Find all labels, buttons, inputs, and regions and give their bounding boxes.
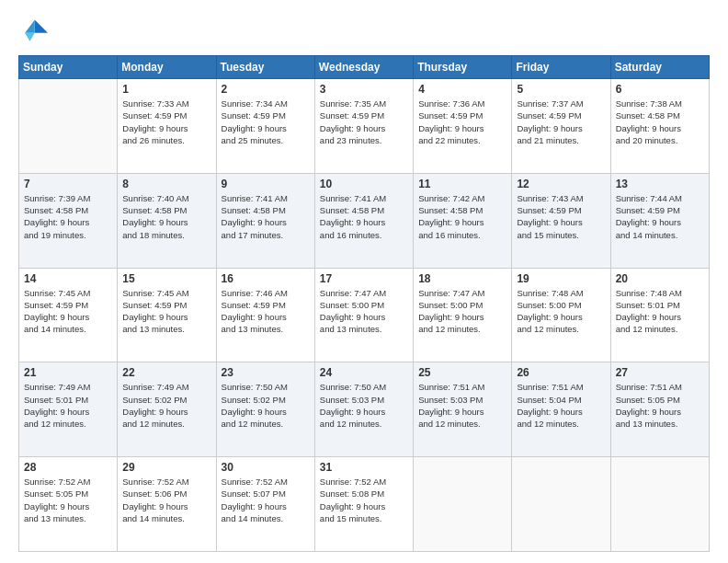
calendar-day-cell: 2Sunrise: 7:34 AM Sunset: 4:59 PM Daylig… bbox=[216, 79, 314, 174]
calendar-week-row: 7Sunrise: 7:39 AM Sunset: 4:58 PM Daylig… bbox=[19, 173, 710, 268]
calendar-day-cell: 17Sunrise: 7:47 AM Sunset: 5:00 PM Dayli… bbox=[314, 268, 413, 362]
day-info: Sunrise: 7:33 AM Sunset: 4:59 PM Dayligh… bbox=[122, 98, 210, 146]
calendar-day-cell: 10Sunrise: 7:41 AM Sunset: 4:58 PM Dayli… bbox=[314, 173, 413, 268]
day-info: Sunrise: 7:52 AM Sunset: 5:07 PM Dayligh… bbox=[222, 476, 310, 524]
calendar-week-row: 28Sunrise: 7:52 AM Sunset: 5:05 PM Dayli… bbox=[19, 457, 710, 552]
day-number: 27 bbox=[616, 366, 704, 379]
day-number: 2 bbox=[222, 83, 310, 96]
calendar-day-cell: 3Sunrise: 7:35 AM Sunset: 4:59 PM Daylig… bbox=[314, 79, 413, 174]
day-number: 15 bbox=[122, 272, 210, 285]
day-info: Sunrise: 7:45 AM Sunset: 4:59 PM Dayligh… bbox=[24, 287, 112, 336]
calendar-day-cell: 9Sunrise: 7:41 AM Sunset: 4:58 PM Daylig… bbox=[216, 173, 314, 268]
calendar-day-cell: 7Sunrise: 7:39 AM Sunset: 4:58 PM Daylig… bbox=[19, 173, 118, 268]
calendar-header-row: SundayMondayTuesdayWednesdayThursdayFrid… bbox=[19, 56, 710, 79]
calendar-table: SundayMondayTuesdayWednesdayThursdayFrid… bbox=[18, 55, 710, 552]
svg-marker-1 bbox=[25, 20, 35, 33]
calendar-day-cell: 30Sunrise: 7:52 AM Sunset: 5:07 PM Dayli… bbox=[216, 457, 314, 552]
calendar-day-cell: 12Sunrise: 7:43 AM Sunset: 4:59 PM Dayli… bbox=[512, 173, 610, 268]
day-info: Sunrise: 7:41 AM Sunset: 4:58 PM Dayligh… bbox=[222, 192, 310, 241]
calendar-week-row: 1Sunrise: 7:33 AM Sunset: 4:59 PM Daylig… bbox=[19, 79, 710, 174]
day-number: 6 bbox=[616, 83, 704, 96]
svg-marker-0 bbox=[35, 20, 48, 33]
page: SundayMondayTuesdayWednesdayThursdayFrid… bbox=[0, 0, 728, 563]
day-number: 17 bbox=[320, 272, 408, 285]
calendar-day-cell: 5Sunrise: 7:37 AM Sunset: 4:59 PM Daylig… bbox=[512, 79, 610, 174]
day-info: Sunrise: 7:48 AM Sunset: 5:01 PM Dayligh… bbox=[616, 287, 704, 336]
day-number: 12 bbox=[517, 178, 605, 190]
day-info: Sunrise: 7:52 AM Sunset: 5:06 PM Dayligh… bbox=[122, 476, 210, 524]
day-info: Sunrise: 7:44 AM Sunset: 4:59 PM Dayligh… bbox=[616, 192, 704, 241]
day-number: 9 bbox=[222, 178, 310, 190]
day-number: 3 bbox=[320, 83, 408, 96]
calendar-day-cell: 14Sunrise: 7:45 AM Sunset: 4:59 PM Dayli… bbox=[19, 268, 118, 362]
calendar-day-cell: 16Sunrise: 7:46 AM Sunset: 4:59 PM Dayli… bbox=[216, 268, 314, 362]
calendar-day-cell: 25Sunrise: 7:51 AM Sunset: 5:03 PM Dayli… bbox=[414, 362, 512, 457]
day-info: Sunrise: 7:50 AM Sunset: 5:03 PM Dayligh… bbox=[320, 381, 408, 430]
day-info: Sunrise: 7:50 AM Sunset: 5:02 PM Dayligh… bbox=[222, 381, 310, 430]
day-info: Sunrise: 7:48 AM Sunset: 5:00 PM Dayligh… bbox=[517, 287, 605, 336]
day-number: 19 bbox=[517, 272, 605, 285]
weekday-header-sunday: Sunday bbox=[19, 56, 118, 79]
calendar-week-row: 14Sunrise: 7:45 AM Sunset: 4:59 PM Dayli… bbox=[19, 268, 710, 362]
calendar-day-cell: 15Sunrise: 7:45 AM Sunset: 4:59 PM Dayli… bbox=[118, 268, 216, 362]
calendar-day-cell: 26Sunrise: 7:51 AM Sunset: 5:04 PM Dayli… bbox=[512, 362, 610, 457]
calendar-day-cell bbox=[414, 457, 512, 552]
calendar-day-cell: 18Sunrise: 7:47 AM Sunset: 5:00 PM Dayli… bbox=[414, 268, 512, 362]
calendar-day-cell: 29Sunrise: 7:52 AM Sunset: 5:06 PM Dayli… bbox=[118, 457, 216, 552]
weekday-header-monday: Monday bbox=[118, 56, 216, 79]
calendar-day-cell: 23Sunrise: 7:50 AM Sunset: 5:02 PM Dayli… bbox=[216, 362, 314, 457]
day-number: 31 bbox=[320, 461, 408, 474]
day-info: Sunrise: 7:52 AM Sunset: 5:08 PM Dayligh… bbox=[320, 476, 408, 524]
calendar-day-cell bbox=[19, 79, 118, 174]
day-number: 18 bbox=[418, 272, 506, 285]
day-number: 29 bbox=[122, 461, 210, 474]
calendar-day-cell: 11Sunrise: 7:42 AM Sunset: 4:58 PM Dayli… bbox=[414, 173, 512, 268]
calendar-day-cell: 19Sunrise: 7:48 AM Sunset: 5:00 PM Dayli… bbox=[512, 268, 610, 362]
header bbox=[18, 17, 710, 46]
day-info: Sunrise: 7:47 AM Sunset: 5:00 PM Dayligh… bbox=[418, 287, 506, 336]
calendar-day-cell bbox=[610, 457, 709, 552]
day-number: 7 bbox=[24, 178, 112, 190]
day-info: Sunrise: 7:35 AM Sunset: 4:59 PM Dayligh… bbox=[320, 98, 408, 146]
weekday-header-thursday: Thursday bbox=[414, 56, 512, 79]
day-number: 8 bbox=[122, 178, 210, 190]
day-number: 4 bbox=[418, 83, 506, 96]
day-number: 16 bbox=[222, 272, 310, 285]
day-info: Sunrise: 7:43 AM Sunset: 4:59 PM Dayligh… bbox=[517, 192, 605, 241]
day-info: Sunrise: 7:38 AM Sunset: 4:58 PM Dayligh… bbox=[616, 98, 704, 146]
day-number: 5 bbox=[517, 83, 605, 96]
calendar-day-cell: 21Sunrise: 7:49 AM Sunset: 5:01 PM Dayli… bbox=[19, 362, 118, 457]
logo-icon bbox=[18, 17, 48, 46]
calendar-week-row: 21Sunrise: 7:49 AM Sunset: 5:01 PM Dayli… bbox=[19, 362, 710, 457]
calendar-day-cell: 13Sunrise: 7:44 AM Sunset: 4:59 PM Dayli… bbox=[610, 173, 709, 268]
day-number: 24 bbox=[320, 366, 408, 379]
day-number: 10 bbox=[320, 178, 408, 190]
calendar-day-cell bbox=[512, 457, 610, 552]
day-info: Sunrise: 7:42 AM Sunset: 4:58 PM Dayligh… bbox=[418, 192, 506, 241]
day-number: 25 bbox=[418, 366, 506, 379]
day-number: 30 bbox=[222, 461, 310, 474]
svg-marker-2 bbox=[25, 33, 35, 41]
day-info: Sunrise: 7:46 AM Sunset: 4:59 PM Dayligh… bbox=[222, 287, 310, 336]
day-info: Sunrise: 7:51 AM Sunset: 5:05 PM Dayligh… bbox=[616, 381, 704, 430]
day-info: Sunrise: 7:36 AM Sunset: 4:59 PM Dayligh… bbox=[418, 98, 506, 146]
day-number: 26 bbox=[517, 366, 605, 379]
calendar-day-cell: 20Sunrise: 7:48 AM Sunset: 5:01 PM Dayli… bbox=[610, 268, 709, 362]
day-info: Sunrise: 7:49 AM Sunset: 5:01 PM Dayligh… bbox=[24, 381, 112, 430]
day-number: 20 bbox=[616, 272, 704, 285]
day-number: 21 bbox=[24, 366, 112, 379]
calendar-day-cell: 28Sunrise: 7:52 AM Sunset: 5:05 PM Dayli… bbox=[19, 457, 118, 552]
day-info: Sunrise: 7:41 AM Sunset: 4:58 PM Dayligh… bbox=[320, 192, 408, 241]
day-number: 13 bbox=[616, 178, 704, 190]
day-info: Sunrise: 7:40 AM Sunset: 4:58 PM Dayligh… bbox=[122, 192, 210, 241]
day-info: Sunrise: 7:52 AM Sunset: 5:05 PM Dayligh… bbox=[24, 476, 112, 524]
day-info: Sunrise: 7:34 AM Sunset: 4:59 PM Dayligh… bbox=[222, 98, 310, 146]
calendar-day-cell: 31Sunrise: 7:52 AM Sunset: 5:08 PM Dayli… bbox=[314, 457, 413, 552]
day-number: 11 bbox=[418, 178, 506, 190]
weekday-header-wednesday: Wednesday bbox=[314, 56, 413, 79]
day-info: Sunrise: 7:45 AM Sunset: 4:59 PM Dayligh… bbox=[122, 287, 210, 336]
calendar-day-cell: 6Sunrise: 7:38 AM Sunset: 4:58 PM Daylig… bbox=[610, 79, 709, 174]
day-number: 22 bbox=[122, 366, 210, 379]
calendar-day-cell: 22Sunrise: 7:49 AM Sunset: 5:02 PM Dayli… bbox=[118, 362, 216, 457]
calendar-day-cell: 1Sunrise: 7:33 AM Sunset: 4:59 PM Daylig… bbox=[118, 79, 216, 174]
